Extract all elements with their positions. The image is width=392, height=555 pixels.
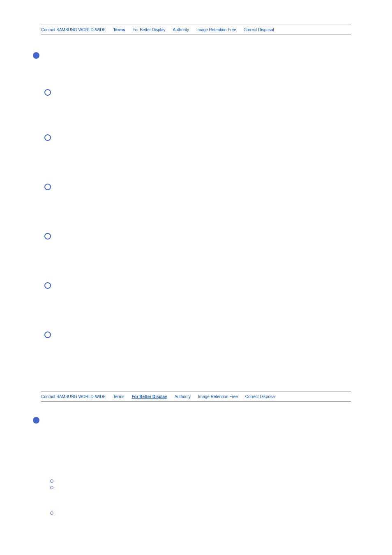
sub-bullet-group-2	[50, 510, 359, 515]
bullet-icon-small-3	[50, 511, 53, 515]
nav-image-retention[interactable]: Image Retention Free	[196, 28, 236, 32]
bullet-item-6	[44, 281, 359, 314]
bullet-item-1	[33, 51, 359, 84]
section-2	[33, 406, 359, 522]
bottom-nav-bar: Contact SAMSUNG WORLD-WIDE Terms For Bet…	[41, 391, 351, 402]
bullet-icon-s2-1	[33, 417, 39, 424]
bullet-icon-1	[33, 52, 39, 59]
bullet-icon-7	[44, 332, 51, 338]
bullet-item-7	[44, 331, 359, 372]
nav-contact[interactable]: Contact SAMSUNG WORLD-WIDE	[41, 28, 106, 32]
bullet-item-4	[44, 183, 359, 216]
nav-correct-disposal[interactable]: Correct Disposal	[244, 28, 274, 32]
nav-terms-bottom[interactable]: Terms	[113, 394, 124, 399]
bullet-icon-4	[44, 184, 51, 190]
nav-authority-bottom[interactable]: Authority	[175, 394, 191, 399]
nav-image-retention-bottom[interactable]: Image Retention Free	[198, 394, 238, 399]
nav-terms[interactable]: Terms	[113, 28, 125, 32]
nav-for-better-display-bottom[interactable]: For Better Display	[131, 394, 167, 399]
bullet-icon-2	[44, 89, 51, 96]
section-1	[33, 39, 359, 379]
bullet-icon-6	[44, 282, 51, 289]
bullet-item-5	[44, 232, 359, 265]
nav-correct-disposal-bottom[interactable]: Correct Disposal	[245, 394, 276, 399]
nav-contact-bottom[interactable]: Contact SAMSUNG WORLD-WIDE	[41, 394, 106, 399]
bullet-icon-5	[44, 233, 51, 240]
sub-bullet-group	[50, 478, 359, 489]
nav-authority[interactable]: Authority	[173, 28, 189, 32]
bullet-item-2	[44, 88, 359, 121]
bullet-item-s2-small-3	[50, 510, 359, 515]
nav-for-better-display[interactable]: For Better Display	[133, 28, 166, 32]
bullet-item-s2-small-2	[50, 484, 359, 489]
bullet-icon-small-1	[50, 479, 53, 483]
bullet-icon-small-2	[50, 486, 53, 489]
bullet-item-s2-1	[33, 416, 359, 457]
top-nav-bar: Contact SAMSUNG WORLD-WIDE Terms For Bet…	[41, 25, 351, 35]
bullet-icon-3	[44, 134, 51, 141]
bullet-item-s2-small-1	[50, 478, 359, 483]
bullet-item-3	[44, 134, 359, 166]
